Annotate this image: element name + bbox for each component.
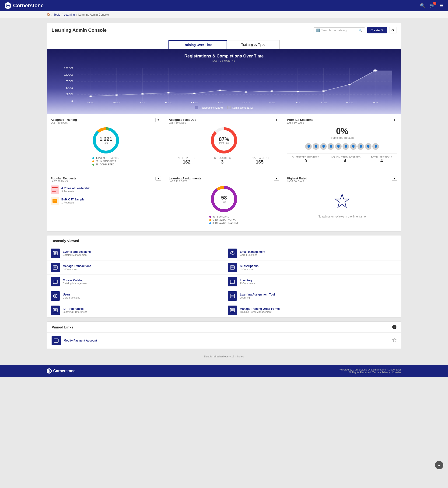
recently-item-1[interactable]: Email Management Core Functions — [224, 246, 401, 260]
learning-assignments-header: Learning Assignments LAST 120 DAYS ▼ — [169, 177, 279, 183]
avatar-4: 👤 — [328, 143, 334, 150]
popular-requests-period: LAST 30 DAYS — [51, 180, 77, 183]
recently-item-5[interactable]: Inventory E-Commerce — [224, 275, 401, 289]
svg-text:250: 250 — [66, 93, 73, 96]
create-button[interactable]: Create ▼ — [367, 27, 387, 33]
svg-point-1 — [7, 5, 9, 6]
recently-item-3[interactable]: Subscriptions E-Commerce — [224, 260, 401, 275]
nav-actions: 🔍 🛒 1 ☰ — [420, 3, 443, 8]
svg-point-50 — [374, 70, 377, 72]
popular-requests-dropdown[interactable]: ▼ — [155, 177, 161, 181]
svg-rect-79 — [53, 266, 57, 269]
request-icon-1 — [51, 197, 59, 205]
pinned-links-header: Pinned Links ? — [47, 322, 401, 333]
recently-item-0[interactable]: Events and Sessions Catalog Management — [47, 246, 224, 260]
recently-item-4[interactable]: Course Catalog Catalog Management — [47, 275, 224, 289]
tab-training-by-type[interactable]: Training by Type — [227, 40, 280, 49]
svg-point-110 — [49, 371, 50, 372]
recently-item-text-3: Subscriptions E-Commerce — [240, 265, 258, 271]
recently-viewed-grid: Events and Sessions Catalog Management E… — [47, 246, 401, 317]
avatar-9: 👤 — [365, 143, 371, 150]
svg-rect-88 — [230, 280, 234, 284]
cart-badge: 1 — [433, 2, 436, 5]
ilt-stats: SUBMITTED ROSTERS 0 UNSUBMITTED ROSTERS … — [287, 153, 397, 164]
svg-rect-60 — [52, 190, 58, 190]
learning-assignments-dropdown[interactable]: ▼ — [274, 177, 279, 181]
footer-logo-icon — [47, 368, 52, 373]
recently-item-2[interactable]: Manage Transactions E-Commerce — [47, 260, 224, 275]
chart-svg: 1250 1000 750 500 250 0 — [52, 66, 396, 104]
avatar-1: 👤 — [305, 143, 312, 150]
recently-item-8[interactable]: ILT Preferences Learning Preferences — [47, 303, 224, 317]
menu-nav-icon[interactable]: ☰ — [440, 3, 443, 8]
tab-training-over-time[interactable]: Training Over Time — [168, 40, 227, 49]
svg-text:500: 500 — [66, 87, 73, 89]
assigned-training-period: LAST 60 DAYS — [51, 122, 77, 124]
chart-legend: Registrations (2539) Completions (132) — [52, 106, 396, 109]
svg-rect-85 — [53, 280, 57, 284]
chart-area: Registrations & Completions Over Time LA… — [47, 49, 401, 114]
breadcrumb-tools[interactable]: Tools — [54, 13, 60, 16]
console-panel: Learning Admin Console ℹ️ Search the cat… — [47, 23, 401, 232]
past-due-dropdown[interactable]: ▼ — [274, 118, 279, 122]
recently-item-icon-3 — [228, 263, 237, 272]
assigned-training-dropdown[interactable]: ▼ — [155, 118, 161, 122]
assigned-training-total: 1,221 — [99, 137, 112, 142]
prior-ilt-header: Prior ILT Sessions LAST 30 DAYS ▼ — [287, 118, 397, 124]
request-item-1: Bulk OJT Sample 1 Requests — [51, 197, 161, 205]
footer-terms-link[interactable]: Terms — [372, 371, 379, 374]
footer-logo: Cornerstone — [47, 368, 75, 373]
recently-item-text-1: Email Management Core Functions — [240, 250, 265, 256]
ilt-avatars: 👤 👤 👤 👤 👤 👤 👤 👤 👤 👤 — [287, 143, 397, 150]
footer-privacy-link[interactable]: Privacy — [382, 371, 390, 374]
recently-item-9[interactable]: Manage Training Order Forms Training For… — [224, 303, 401, 317]
ilt-dropdown[interactable]: ▼ — [392, 118, 397, 122]
assigned-training-donut: 1,221 Total 1,143 NOT STARTED 50 — [51, 126, 161, 166]
stats-cards-row-2: Popular Requests LAST 30 DAYS ▼ — [47, 173, 401, 231]
recently-item-7[interactable]: Learning Assignment Tool Learning — [224, 289, 401, 303]
svg-point-47 — [296, 91, 299, 92]
recently-item-6[interactable]: Users Core Functions — [47, 289, 224, 303]
top-navigation: Cornerstone 🔍 🛒 1 ☰ — [0, 0, 448, 11]
assigned-training-total-label: Total — [99, 142, 112, 144]
legend-registrations: Registrations (2539) — [195, 106, 223, 109]
breadcrumb-home-icon[interactable]: 🏠 — [47, 13, 50, 16]
breadcrumb-learning[interactable]: Learning — [64, 13, 75, 16]
highest-rated-dropdown[interactable]: ▼ — [392, 177, 397, 181]
svg-text:Nov: Nov — [87, 102, 94, 103]
la-legend: 52 STANDARD 6 DYNAMIC · ACTIVE 0 DYNAMIC… — [209, 215, 239, 225]
logo-text: Cornerstone — [13, 3, 44, 9]
footer-logo-text: Cornerstone — [53, 369, 75, 373]
svg-rect-65 — [53, 201, 55, 201]
svg-text:750: 750 — [66, 80, 73, 83]
search-nav-icon[interactable]: 🔍 — [420, 3, 425, 8]
create-label: Create — [370, 28, 380, 32]
assigned-past-due-title: Assigned Past Due — [169, 118, 196, 122]
settings-button[interactable]: ⚙ — [389, 27, 396, 33]
recently-item-icon-7 — [228, 291, 237, 301]
recently-item-icon-2 — [51, 263, 60, 272]
create-dropdown-icon: ▼ — [381, 28, 384, 32]
recently-item-text-2: Manage Transactions E-Commerce — [63, 265, 91, 271]
svg-text:1250: 1250 — [64, 67, 73, 70]
logo[interactable]: Cornerstone — [5, 2, 44, 9]
recently-item-icon-8 — [51, 306, 60, 315]
assigned-training-header: Assigned Training LAST 60 DAYS ▼ — [51, 118, 161, 124]
svg-text:Oct: Oct — [372, 102, 378, 103]
svg-text:Jul: Jul — [295, 102, 300, 103]
la-total: 58 — [221, 195, 227, 200]
avatar-8: 👤 — [358, 143, 364, 150]
help-icon[interactable]: ? — [392, 325, 396, 329]
svg-point-44 — [219, 90, 221, 91]
svg-text:Dec: Dec — [113, 102, 120, 103]
pin-star-icon[interactable] — [392, 338, 396, 343]
assigned-past-due-header: Assigned Past Due LAST 60 DAYS ▼ — [169, 118, 279, 124]
footer-cookies-link[interactable]: Cookies — [392, 371, 401, 374]
pinned-links-panel: Pinned Links ? Modify Payment Account — [47, 322, 401, 349]
svg-point-46 — [271, 91, 273, 92]
cart-nav-icon[interactable]: 🛒 1 — [430, 3, 435, 8]
breadcrumb: 🏠 / Tools / Learning / Learning Admin Co… — [0, 11, 448, 18]
star-icon — [287, 193, 397, 213]
search-box[interactable]: ℹ️ Search the catalog 🔍 — [314, 27, 365, 33]
avatar-2: 👤 — [313, 143, 319, 150]
